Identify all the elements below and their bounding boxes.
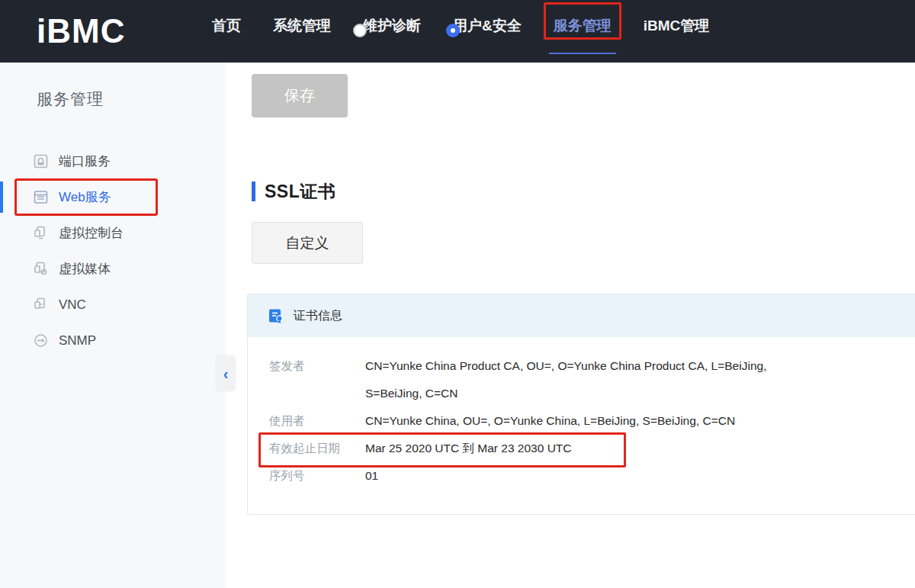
save-button[interactable]: 保存 <box>252 74 348 117</box>
nav-item-maintenance[interactable]: 维护诊断 <box>363 0 421 63</box>
snmp-icon <box>34 333 48 348</box>
sidebar-item-virtual-console[interactable]: 虚拟控制台 <box>0 215 226 251</box>
sidebar-item-label: VNC <box>59 297 86 313</box>
sidebar-item-port-service[interactable]: 端口服务 <box>0 143 226 179</box>
cert-row-label: 使用者 <box>269 407 365 435</box>
web-service-icon <box>34 190 48 204</box>
ssl-section-header: SSL证书 <box>252 180 915 203</box>
sidebar-item-label: 虚拟媒体 <box>59 260 111 278</box>
radio-unchecked-icon <box>353 24 367 37</box>
cert-info-panel: 证书信息 签发者CN=Yunke China Product CA, OU=, … <box>247 294 915 515</box>
cert-row-label: 序列号 <box>269 462 365 490</box>
main-content: 会话模式 共享 独占 保存 SSL证书 自定义 证书信息 签发者CN=Yunke… <box>226 0 915 515</box>
active-indicator-bar <box>0 182 3 213</box>
radio-checked-icon <box>446 24 460 37</box>
cert-row-value: 01 <box>365 462 792 490</box>
sidebar-menu: 端口服务 Web服务 虚拟控制台 虚拟媒体 VNC <box>0 143 226 358</box>
cert-row-value: CN=Yunke China, OU=, O=Yunke China, L=Be… <box>365 407 792 435</box>
sidebar-item-virtual-media[interactable]: 虚拟媒体 <box>0 251 226 287</box>
nav-item-ibmc-mgmt[interactable]: iBMC管理 <box>644 0 710 63</box>
cert-row-issuer: 签发者CN=Yunke China Product CA, OU=, O=Yun… <box>269 352 908 407</box>
certificate-icon <box>268 307 284 324</box>
sidebar-item-label: 端口服务 <box>59 153 111 170</box>
cert-row-label: 签发者 <box>269 352 365 380</box>
cert-row-validity: 有效起止日期Mar 25 2020 UTC 到 Mar 23 2030 UTC <box>269 435 908 462</box>
cert-panel-body: 签发者CN=Yunke China Product CA, OU=, O=Yun… <box>248 337 915 514</box>
nav-item-system-mgmt[interactable]: 系统管理 <box>273 0 331 63</box>
main-nav: 首页 系统管理 维护诊断 用户&安全 服务管理 iBMC管理 <box>212 0 741 63</box>
app-logo: iBMC <box>37 12 212 50</box>
virtual-media-icon <box>34 262 48 276</box>
sidebar-item-web-service[interactable]: Web服务 <box>0 179 226 215</box>
cert-row-value: CN=Yunke China Product CA, OU=, O=Yunke … <box>365 352 792 407</box>
sidebar-item-label: SNMP <box>59 333 96 349</box>
cert-row-serial: 序列号01 <box>269 462 908 490</box>
sidebar-item-snmp[interactable]: SNMP <box>0 323 226 358</box>
sidebar: 服务管理 端口服务 Web服务 虚拟控制台 虚拟媒体 <box>0 63 226 588</box>
port-service-icon <box>34 154 48 169</box>
custom-button[interactable]: 自定义 <box>252 222 363 264</box>
vnc-icon <box>34 297 48 312</box>
cert-row-label: 有效起止日期 <box>269 435 365 462</box>
section-accent-bar <box>252 182 255 201</box>
cert-panel-header: 证书信息 <box>248 294 915 337</box>
nav-item-home[interactable]: 首页 <box>212 0 241 63</box>
nav-item-user-security[interactable]: 用户&安全 <box>453 0 522 63</box>
ssl-section-title: SSL证书 <box>265 180 336 204</box>
virtual-console-icon <box>34 226 48 240</box>
cert-row-value: Mar 25 2020 UTC 到 Mar 23 2030 UTC <box>365 435 792 462</box>
sidebar-title: 服务管理 <box>0 63 226 110</box>
cert-row-subject: 使用者CN=Yunke China, OU=, O=Yunke China, L… <box>269 407 908 435</box>
sidebar-item-label: 虚拟控制台 <box>59 224 124 242</box>
sidebar-item-vnc[interactable]: VNC <box>0 287 226 323</box>
sidebar-item-label: Web服务 <box>59 188 111 206</box>
nav-item-service-mgmt[interactable]: 服务管理 <box>554 0 612 63</box>
collapse-chevron-icon: ‹ <box>223 366 229 381</box>
sidebar-collapse-button[interactable]: ‹ <box>216 355 236 391</box>
cert-panel-title: 证书信息 <box>294 308 342 324</box>
